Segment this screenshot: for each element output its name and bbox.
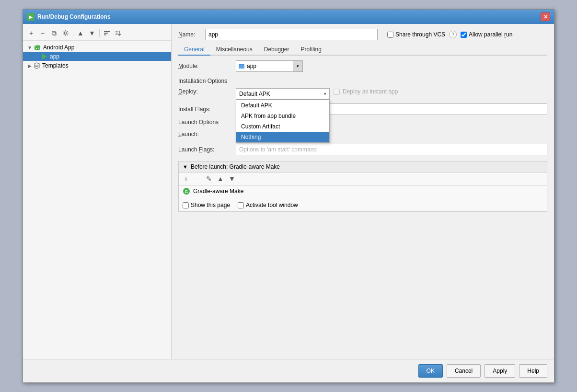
apply-button[interactable]: Apply — [485, 364, 515, 378]
right-panel: Name: Share through VCS ? Allow parallel… — [172, 24, 554, 359]
copy-config-button[interactable]: ⧉ — [49, 28, 59, 38]
before-launch-add-button[interactable]: + — [181, 173, 191, 184]
module-folder-icon — [238, 63, 245, 69]
dropdown-item-custom-artifact[interactable]: Custom Artifact — [236, 121, 329, 132]
checkboxes-row: Show this page Activate tool window — [179, 199, 547, 211]
name-input[interactable] — [205, 29, 378, 40]
module-value: app — [247, 63, 256, 69]
svg-line-6 — [35, 45, 36, 46]
show-page-checkbox[interactable] — [183, 202, 189, 208]
before-launch-item-label: Gradle-aware Make — [193, 188, 243, 195]
tree-app-item[interactable]: app — [23, 52, 171, 61]
separator2 — [99, 29, 100, 37]
before-launch-toolbar: + − ✎ ▲ ▼ — [179, 173, 547, 185]
allow-parallel-checkbox[interactable] — [461, 32, 467, 38]
tree-android-app-group[interactable]: ▼ Android App — [23, 43, 171, 52]
before-launch-collapse-icon: ▼ — [183, 164, 188, 170]
templates-label: Templates — [42, 62, 69, 69]
dialog-title: Run/Debug Configurations — [37, 13, 541, 20]
before-launch-title: Before launch: Gradle-aware Make — [191, 163, 280, 170]
svg-point-8 — [36, 46, 37, 46]
install-flags-row: Install Flags: — [178, 104, 547, 115]
remove-config-button[interactable]: − — [37, 28, 48, 38]
share-vcs-help-icon[interactable]: ? — [449, 31, 457, 38]
move-down-button[interactable]: ▼ — [87, 28, 97, 38]
svg-marker-12 — [42, 54, 47, 59]
dropdown-item-default-apk[interactable]: Default APK — [236, 100, 329, 111]
deploy-instant-checkbox[interactable] — [334, 89, 340, 95]
dialog-icon: ▶ — [27, 13, 35, 21]
before-launch-remove-button[interactable]: − — [192, 173, 203, 184]
activate-tool-window-checkbox[interactable] — [238, 202, 244, 208]
deploy-arrow-icon: ▾ — [324, 92, 326, 96]
app-run-icon — [41, 53, 48, 60]
svg-rect-1 — [104, 31, 110, 32]
svg-rect-2 — [104, 33, 108, 34]
deploy-row: Deploy: Default APK ▾ Default APK APK fr… — [178, 88, 547, 100]
launch-options-title: Launch Options — [178, 119, 547, 126]
activate-tool-window-checkbox-label[interactable]: Activate tool window — [238, 202, 298, 208]
android-app-icon — [34, 44, 41, 51]
launch-flags-row: Launch Flags: — [178, 144, 547, 155]
dropdown-item-apk-bundle[interactable]: APK from app bundle — [236, 111, 329, 121]
deploy-dropdown-menu: Default APK APK from app bundle Custom A… — [236, 100, 330, 143]
add-config-button[interactable]: + — [26, 28, 36, 38]
deploy-dropdown-container: Default APK ▾ Default APK APK from app b… — [236, 88, 330, 100]
module-label: Module: — [178, 63, 236, 69]
share-vcs-checkbox[interactable] — [387, 32, 393, 38]
deploy-instant-label: Deploy as instant app — [343, 88, 398, 95]
module-select[interactable]: app — [236, 60, 293, 72]
tab-debugger[interactable]: Debugger — [258, 44, 295, 56]
separator — [73, 29, 73, 37]
tabs-row: General Miscellaneous Debugger Profiling — [178, 44, 547, 56]
dropdown-item-nothing[interactable]: Nothing — [236, 132, 329, 142]
svg-point-0 — [65, 32, 67, 35]
sort2-icon — [115, 30, 122, 36]
config-tree: ▼ Android App — [23, 41, 171, 357]
before-launch-item-gradle[interactable]: G Gradle-aware Make — [179, 185, 547, 197]
tab-profiling[interactable]: Profiling — [295, 44, 327, 56]
move-up-button[interactable]: ▲ — [75, 28, 86, 38]
content-area: Module: app ▾ Installation Options Deplo… — [178, 60, 547, 359]
show-page-label: Show this page — [191, 202, 230, 208]
launch-flags-label: Launch Flags: — [178, 146, 236, 153]
svg-text:G: G — [185, 189, 188, 194]
help-button[interactable]: Help — [519, 364, 547, 378]
allow-parallel-checkbox-label[interactable]: Allow parallel run — [461, 31, 512, 38]
share-vcs-row: Share through VCS ? Allow parallel run — [387, 31, 512, 38]
launch-label: Launch: — [178, 131, 236, 138]
before-launch-edit-button[interactable]: ✎ — [204, 173, 214, 184]
before-launch-up-button[interactable]: ▲ — [215, 173, 226, 184]
share-vcs-label: Share through VCS — [395, 31, 445, 38]
module-select-arrow[interactable]: ▾ — [293, 60, 303, 72]
cancel-button[interactable]: Cancel — [447, 364, 481, 378]
ok-button[interactable]: OK — [418, 364, 443, 378]
app-label: app — [50, 53, 59, 60]
svg-line-7 — [39, 45, 40, 46]
installation-options-title: Installation Options — [178, 78, 547, 84]
sort-icon — [104, 30, 110, 36]
tree-templates-group[interactable]: ▶ Templates — [23, 61, 171, 70]
settings-gear-icon — [62, 30, 69, 36]
tab-miscellaneous[interactable]: Miscellaneous — [210, 44, 258, 56]
deploy-select[interactable]: Default APK ▾ — [236, 88, 330, 100]
launch-flags-input[interactable] — [236, 144, 547, 155]
share-vcs-checkbox-label[interactable]: Share through VCS — [387, 31, 445, 38]
sort2-button[interactable] — [113, 28, 124, 38]
before-launch-down-button[interactable]: ▼ — [227, 173, 237, 184]
before-launch-header[interactable]: ▼ Before launch: Gradle-aware Make — [179, 161, 547, 173]
name-label: Name: — [178, 31, 202, 38]
templates-expand-icon: ▶ — [26, 62, 34, 69]
settings-config-button[interactable] — [60, 28, 71, 38]
tab-general[interactable]: General — [178, 44, 210, 56]
svg-rect-11 — [38, 48, 39, 49]
svg-rect-3 — [104, 35, 106, 35]
svg-rect-10 — [36, 48, 37, 49]
gradle-icon: G — [183, 187, 190, 195]
module-row: Module: app ▾ — [178, 60, 547, 72]
close-button[interactable]: ✕ — [541, 12, 550, 21]
deploy-label: Deploy: — [178, 88, 236, 95]
show-page-checkbox-label[interactable]: Show this page — [183, 202, 230, 208]
bottom-row: OK Cancel Apply Help — [23, 359, 554, 382]
sort1-button[interactable] — [102, 28, 112, 38]
